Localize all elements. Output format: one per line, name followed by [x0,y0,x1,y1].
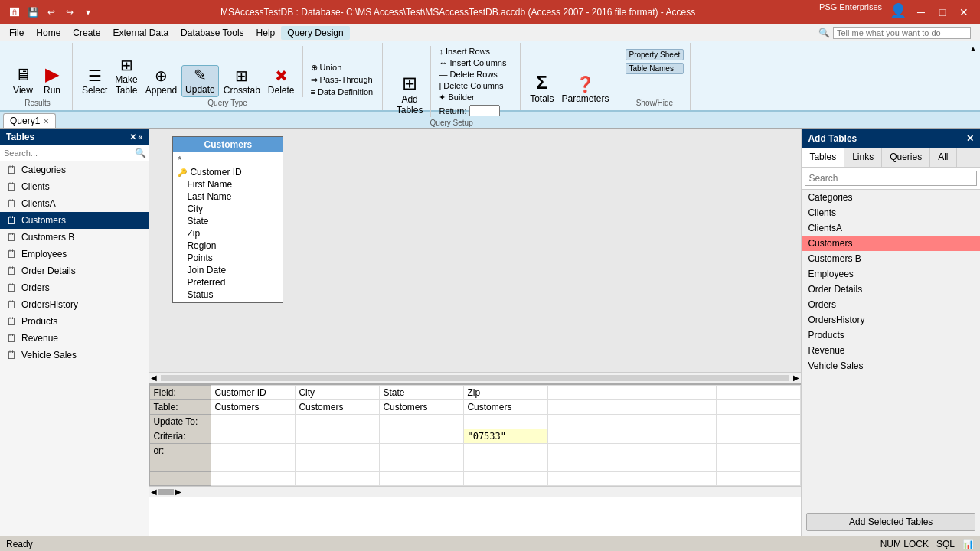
grid-scroll-left[interactable]: ◀ [149,487,158,496]
table-customer-id[interactable]: Customers [211,400,296,415]
update-empty-2[interactable] [632,415,717,429]
points-field[interactable]: Points [173,252,283,264]
field-zip[interactable]: Zip [464,386,548,400]
totals-button[interactable]: Σ Totals [527,72,557,106]
add-tab-all[interactable]: All [930,148,956,167]
menu-home[interactable]: Home [30,26,67,40]
or-empty-1[interactable] [548,444,632,458]
insert-rows-button[interactable]: ↕ Insert Rows [436,46,509,57]
run-button[interactable]: ▶ Run [38,64,66,97]
menu-help[interactable]: Help [250,26,282,40]
criteria-city[interactable] [296,429,380,444]
make-table-button[interactable]: ⊞ MakeTable [112,56,140,97]
update-empty-3[interactable] [717,415,801,429]
update-zip[interactable] [464,415,548,429]
right-item-customers[interactable]: Customers [802,236,980,251]
sidebar-item-clients[interactable]: 🗒 Clients [0,178,149,195]
field-customer-id[interactable]: Customer ID [211,386,296,400]
sql-indicator[interactable]: SQL [936,539,955,549]
right-item-customers-b[interactable]: Customers B [802,251,980,266]
add-tables-button[interactable]: ⊞ AddTables [394,73,426,117]
delete-button[interactable]: ✖ Delete [265,67,298,97]
field-empty-1[interactable] [548,386,632,400]
add-tables-close-icon[interactable]: ✕ [966,133,974,144]
criteria-empty-1[interactable] [548,429,632,444]
right-item-order-details[interactable]: Order Details [802,282,980,297]
menu-database-tools[interactable]: Database Tools [175,26,250,40]
right-item-revenue[interactable]: Revenue [802,343,980,358]
right-item-clientsa[interactable]: ClientsA [802,220,980,236]
delete-rows-button[interactable]: — Delete Rows [436,69,509,80]
property-sheet-button[interactable]: Property Sheet [626,49,684,60]
return-input[interactable] [469,105,500,116]
field-state[interactable]: State [380,386,464,400]
insert-columns-button[interactable]: ↔ Insert Columns [436,57,509,68]
update-state[interactable] [380,415,464,429]
union-button[interactable]: ⊕ Union [308,62,377,73]
crosstab-button[interactable]: ⊞ Crosstab [220,67,263,97]
right-item-orders[interactable]: Orders [802,297,980,312]
update-empty-1[interactable] [548,415,632,429]
sidebar-item-categories[interactable]: 🗒 Categories [0,161,149,178]
maximize-button[interactable]: □ [933,2,952,22]
save-icon[interactable]: 💾 [24,4,41,21]
criteria-zip[interactable]: "07533" [464,429,548,444]
grid-scroll-right[interactable]: ▶ [174,487,183,496]
last-name-field[interactable]: Last Name [173,191,283,203]
grid-scrollbar[interactable] [158,489,174,495]
scroll-left-icon[interactable]: ◀ [149,373,158,382]
criteria-empty-3[interactable] [717,429,801,444]
menu-query-design[interactable]: Query Design [281,26,349,40]
add-tab-queries[interactable]: Queries [882,148,930,167]
sidebar-item-customers-b[interactable]: 🗒 Customers B [0,229,149,246]
append-button[interactable]: ⊕ Append [142,67,180,97]
sidebar-close-icon[interactable]: ✕ [129,132,136,142]
right-item-clients[interactable]: Clients [802,205,980,220]
criteria-customer-id[interactable] [211,429,296,444]
update-customer-id[interactable] [211,415,296,429]
close-button[interactable]: ✕ [954,2,974,22]
view-button[interactable]: 🖥 View [9,65,37,97]
customer-id-field[interactable]: 🔑 Customer ID [173,166,283,178]
add-tables-search-input[interactable] [805,171,977,186]
add-tab-tables[interactable]: Tables [802,148,844,167]
sidebar-item-orders[interactable]: 🗒 Orders [0,279,149,296]
preferred-field[interactable]: Preferred [173,276,283,289]
update-button[interactable]: ✎ Update [181,65,219,97]
h-scrollbar[interactable] [161,375,789,381]
or-empty-2[interactable] [632,444,717,458]
table-city[interactable]: Customers [296,400,380,415]
query1-tab-close[interactable]: ✕ [43,117,49,126]
scroll-right-icon[interactable]: ▶ [792,373,801,382]
or-zip[interactable] [464,444,548,458]
pass-through-button[interactable]: ⇒ Pass-Through [308,74,377,86]
sidebar-search-input[interactable] [2,148,135,158]
right-item-employees[interactable]: Employees [802,266,980,282]
ribbon-search-input[interactable] [833,27,971,39]
right-item-products[interactable]: Products [802,328,980,343]
sidebar-search-icon[interactable]: 🔍 [135,148,146,158]
table-empty-2[interactable] [632,400,717,415]
builder-button[interactable]: ✦ Builder [436,92,509,103]
collapse-ribbon-icon[interactable]: ▲ [969,44,977,53]
h-scroll[interactable]: ◀ ▶ [149,372,801,383]
or-customer-id[interactable] [211,444,296,458]
delete-columns-button[interactable]: | Delete Columns [436,80,509,91]
criteria-state[interactable] [380,429,464,444]
field-city[interactable]: City [296,386,380,400]
or-city[interactable] [296,444,380,458]
city-field[interactable]: City [173,203,283,215]
parameters-button[interactable]: ❓ Parameters [558,75,612,106]
table-names-button[interactable]: Table Names [626,63,684,74]
quick-access-more[interactable]: ▾ [80,4,96,21]
right-item-categories[interactable]: Categories [802,190,980,205]
right-item-vehicle-sales[interactable]: Vehicle Sales [802,358,980,373]
zip-field[interactable]: Zip [173,227,283,240]
table-zip[interactable]: Customers [464,400,548,415]
table-empty-1[interactable] [548,400,632,415]
sidebar-item-order-details[interactable]: 🗒 Order Details [0,262,149,279]
menu-file[interactable]: File [3,26,30,40]
sidebar-item-customers[interactable]: 🗒 Customers [0,212,149,229]
minimize-button[interactable]: ─ [911,2,931,22]
menu-external-data[interactable]: External Data [106,26,175,40]
